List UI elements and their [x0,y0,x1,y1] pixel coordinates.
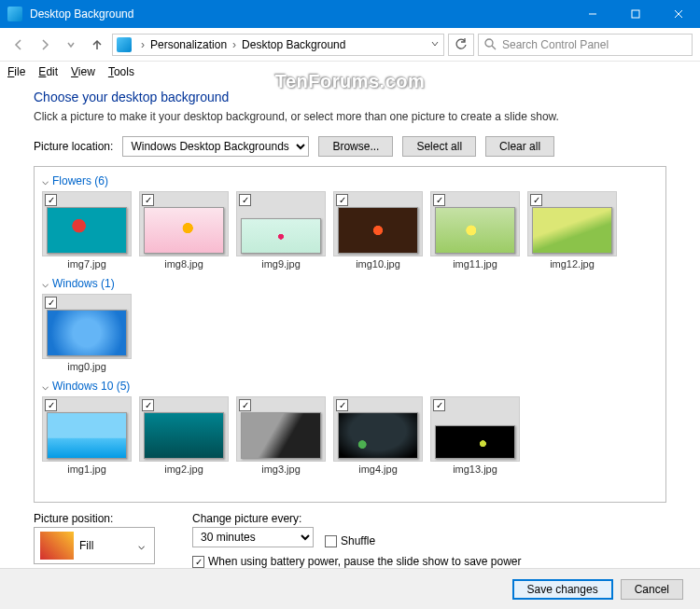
browse-button[interactable]: Browse... [318,136,393,157]
clear-all-button[interactable]: Clear all [485,136,554,157]
menu-tools[interactable]: Tools [108,65,134,78]
change-interval-select[interactable]: 30 minutes [192,527,314,547]
position-select[interactable]: Fill ⌵ [34,527,155,564]
shuffle-checkbox[interactable] [325,535,337,547]
chevron-down-icon: ⌵ [42,277,49,290]
location-label: Picture location: [34,140,113,153]
group: ⌵ Flowers (6)✓img7.jpg✓img8.jpg✓img9.jpg… [42,171,658,270]
wallpaper-thumbnail[interactable]: ✓img8.jpg [139,191,229,270]
thumbnail-checkbox[interactable]: ✓ [530,194,542,206]
wallpaper-thumbnail[interactable]: ✓img7.jpg [42,191,132,270]
forward-button[interactable] [34,34,56,56]
chevron-down-icon[interactable] [430,38,440,51]
thumbnail-checkbox[interactable]: ✓ [142,194,154,206]
thumbnail-checkbox[interactable]: ✓ [336,194,348,206]
shuffle-label: Shuffle [341,534,375,547]
svg-line-6 [492,46,496,49]
menubar: File Edit View Tools [0,62,700,82]
group-header[interactable]: ⌵ Windows 10 (5) [42,376,658,396]
thumbnail-filename: img11.jpg [453,258,497,270]
location-row: Picture location: Windows Desktop Backgr… [34,136,666,157]
save-button[interactable]: Save changes [512,579,613,600]
wallpaper-thumbnail[interactable]: ✓img11.jpg [430,191,520,270]
thumbnail-filename: img3.jpg [261,464,301,475]
group-header[interactable]: ⌵ Windows (1) [42,273,658,294]
close-button[interactable] [657,0,700,28]
location-select[interactable]: Windows Desktop Backgrounds [122,136,309,157]
chevron-right-icon: › [229,38,240,51]
maximize-button[interactable] [614,0,657,28]
thumbnail-row: ✓img0.jpg [42,294,658,372]
minimize-button[interactable] [571,0,614,28]
recent-dropdown[interactable] [60,34,82,56]
thumbnail-checkbox[interactable]: ✓ [336,399,348,411]
svg-point-5 [485,39,493,47]
thumbnail-checkbox[interactable]: ✓ [433,399,445,411]
svg-rect-1 [632,10,639,18]
thumbnail-image [47,207,127,254]
group: ⌵ Windows (1)✓img0.jpg [42,273,658,372]
wallpaper-thumbnail[interactable]: ✓img3.jpg [236,396,326,475]
thumbnail-image [241,412,321,459]
picture-list[interactable]: ⌵ Flowers (6)✓img7.jpg✓img8.jpg✓img9.jpg… [34,166,666,503]
wallpaper-thumbnail[interactable]: ✓img0.jpg [42,294,132,372]
thumbnail-filename: img1.jpg [67,464,106,475]
menu-file[interactable]: File [7,65,25,78]
thumbnail-image [435,425,515,459]
thumbnail-checkbox[interactable]: ✓ [239,399,251,411]
wallpaper-thumbnail[interactable]: ✓img1.jpg [42,396,132,475]
thumbnail-filename: img4.jpg [358,464,398,475]
thumbnail-image [338,207,418,254]
titlebar: Desktop Background [0,0,700,28]
search-input[interactable]: Search Control Panel [478,34,693,56]
thumbnail-filename: img10.jpg [356,258,400,270]
wallpaper-thumbnail[interactable]: ✓img13.jpg [430,396,520,475]
back-button[interactable] [7,34,30,56]
breadcrumb-item[interactable]: Personalization [150,38,227,51]
wallpaper-thumbnail[interactable]: ✓img9.jpg [236,191,326,270]
thumbnail-checkbox[interactable]: ✓ [142,399,154,411]
up-button[interactable] [86,34,108,56]
thumbnail-checkbox[interactable]: ✓ [433,194,445,206]
breadcrumb[interactable]: › Personalization › Desktop Background [112,34,444,56]
page-heading: Choose your desktop background [34,90,666,104]
wallpaper-thumbnail[interactable]: ✓img2.jpg [139,396,229,475]
thumbnail-checkbox[interactable]: ✓ [45,399,57,411]
page-subtext: Click a picture to make it your desktop … [34,110,666,123]
menu-edit[interactable]: Edit [38,65,58,78]
wallpaper-thumbnail[interactable]: ✓img10.jpg [333,191,423,270]
thumbnail-image [435,207,515,254]
battery-checkbox[interactable]: ✓ [192,556,204,568]
breadcrumb-item[interactable]: Desktop Background [242,38,345,51]
content: Choose your desktop background Click a p… [0,82,700,568]
app-icon [7,7,22,21]
menu-view[interactable]: View [71,65,95,78]
search-placeholder: Search Control Panel [502,38,609,51]
wallpaper-thumbnail[interactable]: ✓img4.jpg [333,396,423,475]
group-header[interactable]: ⌵ Flowers (6) [42,171,658,191]
window-title: Desktop Background [30,7,571,21]
refresh-button[interactable] [448,34,474,56]
position-preview [40,532,74,560]
chevron-down-icon: ⌵ [42,174,49,187]
personalization-icon [117,37,132,52]
thumbnail-filename: img12.jpg [550,258,595,270]
chevron-down-icon: ⌵ [42,380,49,393]
battery-label: When using battery power, pause the slid… [208,555,522,568]
thumbnail-checkbox[interactable]: ✓ [45,297,57,309]
thumbnail-checkbox[interactable]: ✓ [45,194,57,206]
wallpaper-thumbnail[interactable]: ✓img12.jpg [527,191,617,270]
thumbnail-image [144,207,224,254]
chevron-right-icon: › [137,38,148,51]
thumbnail-filename: img8.jpg [164,258,203,270]
navbar: › Personalization › Desktop Background S… [0,28,700,62]
search-icon [484,38,497,50]
cancel-button[interactable]: Cancel [621,579,683,600]
thumbnail-image [144,412,224,459]
thumbnail-row: ✓img7.jpg✓img8.jpg✓img9.jpg✓img10.jpg✓im… [42,191,658,270]
thumbnail-checkbox[interactable]: ✓ [239,194,251,206]
change-label: Change picture every: [192,512,522,525]
thumbnail-filename: img13.jpg [453,464,497,475]
thumbnail-filename: img0.jpg [67,361,106,372]
select-all-button[interactable]: Select all [402,136,476,157]
